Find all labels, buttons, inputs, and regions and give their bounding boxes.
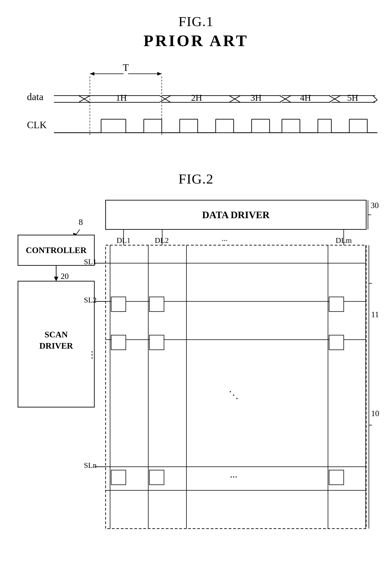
svg-line-35 — [373, 96, 378, 100]
svg-rect-123 — [149, 470, 164, 485]
svg-text:T: T — [123, 62, 129, 73]
svg-marker-78 — [54, 277, 58, 281]
page: FIG.1 PRIOR ART T data 1H — [0, 0, 392, 581]
svg-rect-112 — [329, 297, 344, 312]
fig1-title: FIG.1 — [0, 14, 392, 30]
svg-rect-117 — [329, 335, 344, 350]
svg-text:⋮: ⋮ — [88, 350, 97, 360]
svg-rect-116 — [149, 335, 164, 350]
svg-text:3H: 3H — [251, 93, 262, 103]
svg-text:CLK: CLK — [27, 120, 47, 130]
svg-text:SCAN: SCAN — [44, 330, 68, 339]
svg-rect-115 — [111, 335, 126, 350]
svg-rect-122 — [111, 470, 126, 485]
svg-text:SL2: SL2 — [84, 296, 97, 304]
svg-text:DATA DRIVER: DATA DRIVER — [202, 210, 270, 220]
svg-text:CONTROLLER: CONTROLLER — [26, 246, 87, 255]
svg-rect-88 — [106, 245, 366, 528]
svg-rect-124 — [329, 470, 344, 485]
svg-text:5H: 5H — [347, 93, 358, 103]
svg-text:···: ··· — [230, 472, 237, 482]
svg-rect-110 — [111, 297, 126, 312]
svg-text:⋱: ⋱ — [229, 389, 238, 400]
fig2-title: FIG.2 — [0, 171, 392, 187]
svg-rect-111 — [149, 297, 164, 312]
svg-marker-3 — [90, 72, 94, 76]
prior-art-title: PRIOR ART — [0, 32, 392, 50]
svg-text:11: 11 — [371, 310, 379, 319]
svg-text:10: 10 — [371, 409, 379, 418]
block-diagram-svg: 8 CONTROLLER 20 SCAN DRIVER DATA DRIVER … — [9, 196, 382, 574]
svg-text:SLn: SLn — [84, 461, 97, 470]
svg-text:data: data — [27, 91, 43, 102]
svg-text:···: ··· — [222, 236, 227, 244]
svg-text:2H: 2H — [191, 93, 202, 103]
svg-text:SL1: SL1 — [84, 258, 97, 266]
svg-text:4H: 4H — [300, 93, 311, 103]
svg-text:1H: 1H — [116, 93, 127, 103]
svg-text:DL2: DL2 — [155, 236, 169, 244]
timing-diagram-svg: T data 1H 2H — [13, 58, 378, 153]
svg-text:20: 20 — [61, 272, 69, 281]
svg-text:30: 30 — [371, 201, 379, 210]
svg-text:8: 8 — [79, 217, 83, 227]
svg-text:DRIVER: DRIVER — [39, 341, 73, 350]
svg-marker-4 — [157, 72, 162, 76]
